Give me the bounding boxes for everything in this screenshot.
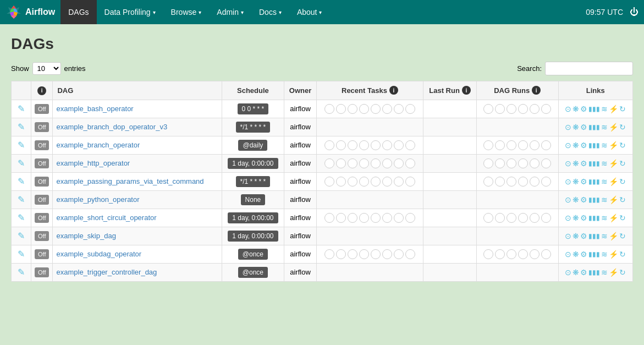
graph-view-icon[interactable]: ⚙	[580, 232, 587, 240]
graph-view-icon[interactable]: ⚙	[580, 123, 587, 132]
graph-view-icon[interactable]: ⚙	[580, 177, 587, 186]
trigger-dag-icon[interactable]: ⊙	[565, 195, 571, 204]
gantt-icon[interactable]: ≋	[601, 250, 608, 259]
code-icon[interactable]: ⚡	[609, 105, 618, 113]
duration-icon[interactable]: ▮▮▮	[588, 232, 600, 240]
graph-view-icon[interactable]: ⚙	[580, 195, 587, 204]
duration-icon[interactable]: ▮▮▮	[588, 141, 600, 149]
info-badge-recent-tasks[interactable]: i	[389, 86, 398, 95]
search-input[interactable]	[545, 62, 633, 75]
graph-view-icon[interactable]: ⚙	[580, 159, 587, 168]
power-icon[interactable]: ⏻	[630, 7, 639, 17]
code-icon[interactable]: ⚡	[609, 195, 618, 204]
trigger-dag-icon[interactable]: ⊙	[565, 105, 571, 113]
logs-icon[interactable]: ↻	[619, 105, 626, 113]
gantt-icon[interactable]: ≋	[601, 159, 608, 168]
toggle-off-button[interactable]: Off	[35, 213, 49, 223]
edit-icon[interactable]: ✎	[18, 249, 25, 259]
edit-icon[interactable]: ✎	[18, 177, 25, 186]
logs-icon[interactable]: ↻	[619, 213, 626, 222]
nav-data-profiling[interactable]: Data Profiling ▾	[97, 0, 163, 24]
gantt-icon[interactable]: ≋	[601, 123, 608, 132]
tree-view-icon[interactable]: ❋	[573, 268, 579, 277]
toggle-off-button[interactable]: Off	[35, 158, 49, 168]
toggle-off-button[interactable]: Off	[35, 104, 49, 114]
logs-icon[interactable]: ↻	[619, 177, 626, 186]
dag-link[interactable]: example_http_operator	[56, 159, 130, 167]
toggle-off-button[interactable]: Off	[35, 177, 49, 187]
dag-link[interactable]: example_branch_dop_operator_v3	[56, 123, 167, 131]
dag-link[interactable]: example_skip_dag	[56, 232, 115, 240]
th-owner[interactable]: Owner	[284, 81, 316, 100]
graph-view-icon[interactable]: ⚙	[580, 141, 587, 150]
trigger-dag-icon[interactable]: ⊙	[565, 268, 571, 277]
code-icon[interactable]: ⚡	[609, 159, 618, 168]
duration-icon[interactable]: ▮▮▮	[588, 123, 600, 131]
toggle-off-button[interactable]: Off	[35, 267, 49, 277]
gantt-icon[interactable]: ≋	[601, 213, 608, 222]
trigger-dag-icon[interactable]: ⊙	[565, 141, 571, 150]
edit-icon[interactable]: ✎	[18, 140, 25, 150]
info-badge-header[interactable]: i	[37, 86, 46, 95]
logs-icon[interactable]: ↻	[619, 123, 626, 132]
th-schedule[interactable]: Schedule	[222, 81, 284, 100]
gantt-icon[interactable]: ≋	[601, 195, 608, 204]
trigger-dag-icon[interactable]: ⊙	[565, 177, 571, 186]
edit-icon[interactable]: ✎	[18, 158, 25, 168]
tree-view-icon[interactable]: ❋	[573, 195, 579, 204]
nav-browse[interactable]: Browse ▾	[163, 0, 210, 24]
graph-view-icon[interactable]: ⚙	[580, 213, 587, 222]
toggle-off-button[interactable]: Off	[35, 231, 49, 241]
toggle-off-button[interactable]: Off	[35, 140, 49, 150]
edit-icon[interactable]: ✎	[18, 122, 25, 132]
logs-icon[interactable]: ↻	[619, 159, 626, 168]
trigger-dag-icon[interactable]: ⊙	[565, 213, 571, 222]
duration-icon[interactable]: ▮▮▮	[588, 196, 600, 204]
edit-icon[interactable]: ✎	[18, 195, 25, 204]
entries-select[interactable]: 10 25 50 100	[32, 62, 61, 75]
gantt-icon[interactable]: ≋	[601, 141, 608, 150]
edit-icon[interactable]: ✎	[18, 104, 25, 113]
duration-icon[interactable]: ▮▮▮	[588, 105, 600, 113]
tree-view-icon[interactable]: ❋	[573, 177, 579, 186]
duration-icon[interactable]: ▮▮▮	[588, 214, 600, 222]
graph-view-icon[interactable]: ⚙	[580, 250, 587, 259]
logs-icon[interactable]: ↻	[619, 195, 626, 204]
dag-link[interactable]: example_passing_params_via_test_command	[56, 177, 203, 185]
code-icon[interactable]: ⚡	[609, 268, 618, 277]
edit-icon[interactable]: ✎	[18, 231, 25, 240]
tree-view-icon[interactable]: ❋	[573, 141, 579, 150]
code-icon[interactable]: ⚡	[609, 141, 618, 150]
code-icon[interactable]: ⚡	[609, 123, 618, 132]
logs-icon[interactable]: ↻	[619, 250, 626, 259]
dag-link[interactable]: example_subdag_operator	[56, 250, 141, 258]
tree-view-icon[interactable]: ❋	[573, 232, 579, 240]
edit-icon[interactable]: ✎	[18, 213, 25, 222]
brand-logo[interactable]: Airflow	[5, 4, 55, 20]
logs-icon[interactable]: ↻	[619, 232, 626, 240]
gantt-icon[interactable]: ≋	[601, 268, 608, 277]
tree-view-icon[interactable]: ❋	[573, 213, 579, 222]
tree-view-icon[interactable]: ❋	[573, 105, 579, 113]
trigger-dag-icon[interactable]: ⊙	[565, 232, 571, 240]
logs-icon[interactable]: ↻	[619, 141, 626, 150]
dag-link[interactable]: example_branch_operator	[56, 141, 140, 149]
duration-icon[interactable]: ▮▮▮	[588, 250, 600, 258]
trigger-dag-icon[interactable]: ⊙	[565, 123, 571, 132]
dag-link[interactable]: example_python_operator	[56, 195, 139, 204]
code-icon[interactable]: ⚡	[609, 177, 618, 186]
gantt-icon[interactable]: ≋	[601, 105, 608, 113]
code-icon[interactable]: ⚡	[609, 213, 618, 222]
duration-icon[interactable]: ▮▮▮	[588, 160, 600, 167]
duration-icon[interactable]: ▮▮▮	[588, 178, 600, 185]
tree-view-icon[interactable]: ❋	[573, 250, 579, 259]
gantt-icon[interactable]: ≋	[601, 177, 608, 186]
dag-link[interactable]: example_trigger_controller_dag	[56, 268, 157, 276]
graph-view-icon[interactable]: ⚙	[580, 105, 587, 113]
info-badge-dag-runs[interactable]: i	[532, 86, 541, 95]
tree-view-icon[interactable]: ❋	[573, 123, 579, 132]
toggle-off-button[interactable]: Off	[35, 195, 49, 205]
duration-icon[interactable]: ▮▮▮	[588, 269, 600, 276]
code-icon[interactable]: ⚡	[609, 250, 618, 259]
dag-link[interactable]: example_bash_operator	[56, 105, 133, 113]
